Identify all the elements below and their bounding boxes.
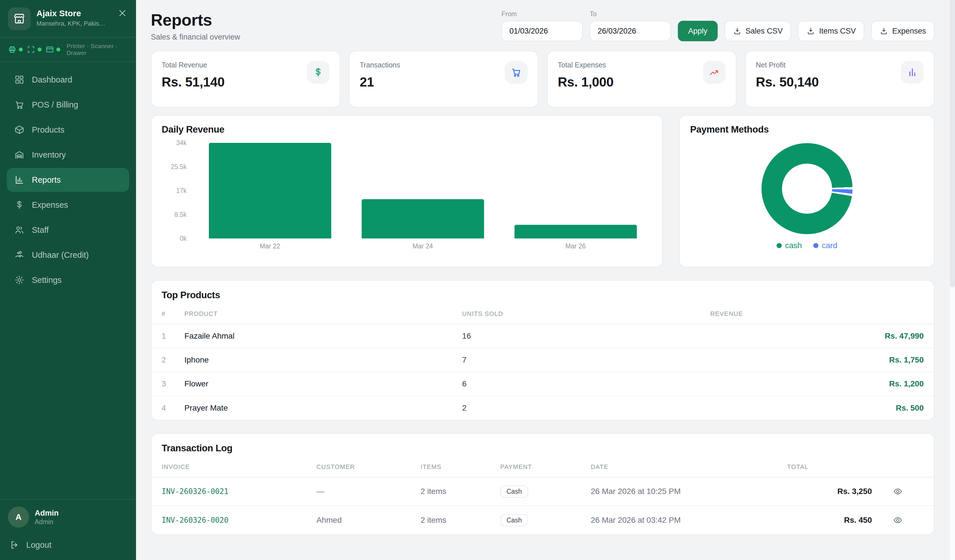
revenue-bar-mar-26 (515, 225, 637, 238)
main-content: Reports Sales & financial overview From … (136, 0, 955, 560)
sidebar-item-label: Staff (32, 225, 49, 235)
button-label: Sales CSV (745, 27, 783, 36)
cart-icon (14, 100, 25, 110)
user-row[interactable]: A Admin Admin (8, 507, 128, 527)
x-tick-label: Mar 26 (499, 242, 652, 250)
status-dot (19, 47, 23, 52)
y-tick-label: 34k (176, 139, 187, 147)
payment-badge-cell: Cash (500, 485, 591, 498)
y-axis: 0k8.5k17k25.5k34k (162, 143, 194, 238)
sidebar-item-label: Dashboard (32, 75, 72, 84)
status-dot (38, 47, 42, 52)
product-rank: 4 (162, 404, 185, 413)
legend-dot (813, 243, 819, 248)
product-name: Iphone (185, 355, 462, 364)
view-invoice-button[interactable] (872, 515, 924, 525)
stat-label: Total Expenses (558, 61, 614, 69)
product-revenue: Rs. 47,990 (710, 332, 924, 341)
sidebar-item-products[interactable]: Products (7, 118, 129, 142)
column-header: INVOICE (162, 463, 316, 471)
invoice-link[interactable]: INV-260326-0020 (162, 516, 316, 524)
units-sold: 2 (462, 404, 710, 413)
product-rank: 2 (162, 356, 185, 364)
scrollbar-thumb[interactable] (950, 0, 955, 288)
sidebar: Ajaix Store Mansehra, KPK, Pakis… Printe… (0, 0, 136, 560)
apply-button[interactable]: Apply (678, 21, 718, 41)
y-tick-label: 8.5k (174, 211, 187, 219)
warehouse-icon (14, 150, 25, 160)
scrollbar[interactable] (950, 0, 955, 560)
sidebar-item-settings[interactable]: Settings (7, 268, 129, 292)
stat-card-total-expenses: Total Expenses Rs. 1,000 (547, 51, 736, 108)
daily-revenue-card: Daily Revenue 0k8.5k17k25.5k34k Mar 22Ma… (151, 115, 663, 267)
payment-badge-cell: Cash (500, 514, 591, 526)
donut-legend: cash card (777, 241, 838, 250)
y-tick-label: 25.5k (171, 163, 187, 171)
legend-item-cash[interactable]: cash (777, 241, 802, 250)
hand-coins-icon (14, 250, 25, 260)
sidebar-item-reports[interactable]: Reports (7, 168, 129, 192)
x-axis-labels: Mar 22Mar 24Mar 26 (194, 242, 652, 250)
sidebar-item-dashboard[interactable]: Dashboard (7, 68, 129, 92)
column-header: # (162, 310, 185, 318)
items-csv-button[interactable]: Items CSV (798, 21, 864, 41)
bar-chart-icon (14, 175, 25, 185)
transaction-log-title: Transaction Log (151, 434, 934, 457)
payment-methods-card: Payment Methods cash card (679, 115, 935, 267)
avatar: A (8, 507, 29, 527)
sidebar-item-staff[interactable]: Staff (7, 218, 129, 242)
download-icon (880, 27, 888, 35)
payment-badge: Cash (500, 485, 528, 498)
units-sold: 16 (462, 332, 710, 341)
close-icon[interactable] (117, 8, 128, 19)
sidebar-item-inventory[interactable]: Inventory (7, 143, 129, 167)
product-name: Flower (185, 379, 462, 388)
trending-up-icon (703, 61, 726, 84)
column-header: PAYMENT (500, 463, 591, 471)
legend-dot (777, 243, 782, 248)
daily-revenue-title: Daily Revenue (162, 124, 652, 135)
sales-csv-button[interactable]: Sales CSV (725, 21, 791, 41)
units-sold: 7 (462, 355, 710, 364)
dashboard-icon (14, 75, 25, 85)
x-tick-label: Mar 22 (194, 242, 346, 250)
transaction-date: 26 Mar 2026 at 03:42 PM (591, 516, 787, 525)
payment-methods-title: Payment Methods (690, 124, 924, 135)
sidebar-item-label: Inventory (32, 150, 66, 160)
legend-item-card[interactable]: card (813, 241, 837, 250)
stat-card-net-profit: Net Profit Rs. 50,140 (745, 51, 935, 108)
page-subtitle: Sales & financial overview (151, 33, 240, 42)
invoice-link[interactable]: INV-260326-0021 (162, 487, 316, 496)
page-title-block: Reports Sales & financial overview (151, 10, 240, 42)
sidebar-item-udhaar-credit[interactable]: Udhaar (Credit) (7, 243, 129, 267)
items-count: 2 items (421, 487, 500, 496)
logout-label: Logout (26, 540, 52, 550)
table-row: 4 Prayer Mate 2 Rs. 500 (151, 396, 934, 420)
eye-icon (893, 486, 903, 496)
expenses-button[interactable]: Expenses (871, 21, 935, 41)
logout-button[interactable]: Logout (8, 538, 128, 552)
from-date-input[interactable] (501, 21, 583, 41)
product-revenue: Rs. 1,750 (710, 355, 924, 364)
product-rank: 3 (162, 380, 185, 388)
column-header: UNITS SOLD (462, 310, 710, 318)
top-products-body: 1 Fazaile Ahmal 16 Rs. 47,9902 Iphone 7 … (151, 324, 934, 420)
customer-name: — (316, 487, 421, 496)
bar-column (499, 143, 652, 238)
status-dot (56, 47, 60, 52)
sidebar-item-label: POS / Billing (32, 100, 78, 109)
y-tick-label: 17k (176, 187, 187, 195)
product-revenue: Rs. 500 (710, 404, 924, 413)
dollar-icon (307, 61, 330, 84)
transaction-total: Rs. 3,250 (787, 487, 872, 496)
column-header: TOTAL (787, 463, 872, 471)
payment-badge: Cash (500, 514, 528, 526)
dollar-icon (14, 200, 25, 210)
sidebar-item-pos-billing[interactable]: POS / Billing (7, 93, 129, 117)
to-label: To (590, 10, 671, 18)
sidebar-item-label: Settings (32, 275, 62, 285)
package-icon (14, 125, 25, 135)
sidebar-item-expenses[interactable]: Expenses (7, 193, 129, 217)
view-invoice-button[interactable] (872, 486, 924, 496)
to-date-input[interactable] (590, 21, 671, 41)
